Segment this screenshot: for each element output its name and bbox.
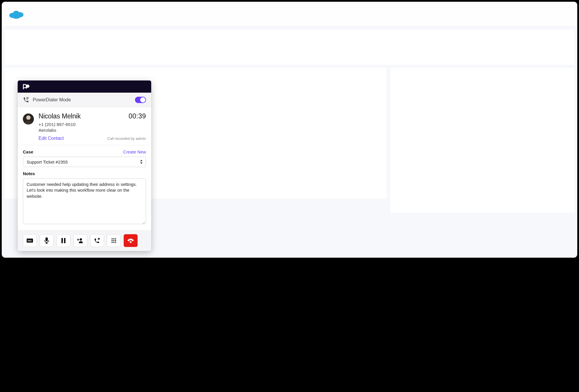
case-select[interactable]: Support Ticket #2355 <box>23 157 146 167</box>
transfer-button[interactable] <box>90 234 104 247</box>
notes-input[interactable] <box>23 178 146 224</box>
call-action-bar: REC <box>18 230 151 251</box>
contact-phone: +1 (201) 897-6510 <box>39 122 146 127</box>
notes-label: Notes <box>23 171 35 176</box>
svg-rect-7 <box>26 98 29 99</box>
contact-company: Aerolabs <box>39 128 146 133</box>
dialpad-logo-icon <box>22 84 30 89</box>
record-button[interactable]: REC <box>23 234 37 247</box>
svg-point-10 <box>26 116 30 120</box>
svg-point-27 <box>113 240 114 241</box>
right-panel-placeholder <box>390 68 574 213</box>
hold-button[interactable] <box>56 234 70 247</box>
svg-point-25 <box>115 238 116 239</box>
svg-rect-18 <box>61 238 63 243</box>
select-caret-icon <box>140 160 143 164</box>
svg-rect-17 <box>45 243 48 244</box>
toggle-knob <box>140 97 145 102</box>
recorded-by-text: Call recorded by admin <box>107 136 146 141</box>
svg-point-30 <box>113 242 114 243</box>
svg-point-24 <box>113 238 114 239</box>
mute-button[interactable] <box>40 234 54 247</box>
svg-text:REC: REC <box>28 240 32 242</box>
svg-rect-6 <box>26 97 29 98</box>
svg-rect-19 <box>64 238 65 243</box>
svg-point-28 <box>115 240 116 241</box>
create-new-link[interactable]: Create New <box>123 149 146 154</box>
add-caller-button[interactable] <box>73 234 87 247</box>
phone-list-icon <box>23 97 29 103</box>
contact-block: Nicolas Melnik 00:39 +1 (201) 897-6510 A… <box>18 107 151 145</box>
svg-rect-8 <box>26 99 28 100</box>
call-timer: 00:39 <box>129 112 146 120</box>
contact-name: Nicolas Melnik <box>39 112 81 120</box>
svg-rect-15 <box>45 237 48 241</box>
mode-bar: PowerDialer Mode <box>18 93 151 107</box>
svg-point-26 <box>112 240 113 241</box>
edit-contact-link[interactable]: Edit Contact <box>39 136 64 141</box>
svg-point-23 <box>112 238 113 239</box>
case-selected-value: Support Ticket #2355 <box>27 160 68 164</box>
svg-point-3 <box>12 14 21 19</box>
form-block: Case Create New Support Ticket #2355 Not… <box>18 145 151 230</box>
top-header <box>2 2 577 27</box>
svg-rect-22 <box>78 239 78 241</box>
app-frame: PowerDialer Mode Nicolas Melnik 00:3 <box>2 2 577 258</box>
salesforce-cloud-icon <box>8 8 25 20</box>
svg-point-31 <box>115 242 116 243</box>
svg-point-20 <box>80 238 82 241</box>
avatar <box>23 113 34 124</box>
case-label: Case <box>23 149 33 154</box>
svg-point-29 <box>112 242 113 243</box>
powerdialer-toggle[interactable] <box>135 97 146 103</box>
hangup-button[interactable] <box>124 234 138 247</box>
mode-label: PowerDialer Mode <box>33 97 131 102</box>
svg-rect-5 <box>26 85 27 89</box>
dialer-widget: PowerDialer Mode Nicolas Melnik 00:3 <box>18 80 151 251</box>
dialpad-button[interactable] <box>107 234 121 247</box>
dialer-header <box>18 80 151 93</box>
hero-placeholder-card <box>5 30 574 65</box>
